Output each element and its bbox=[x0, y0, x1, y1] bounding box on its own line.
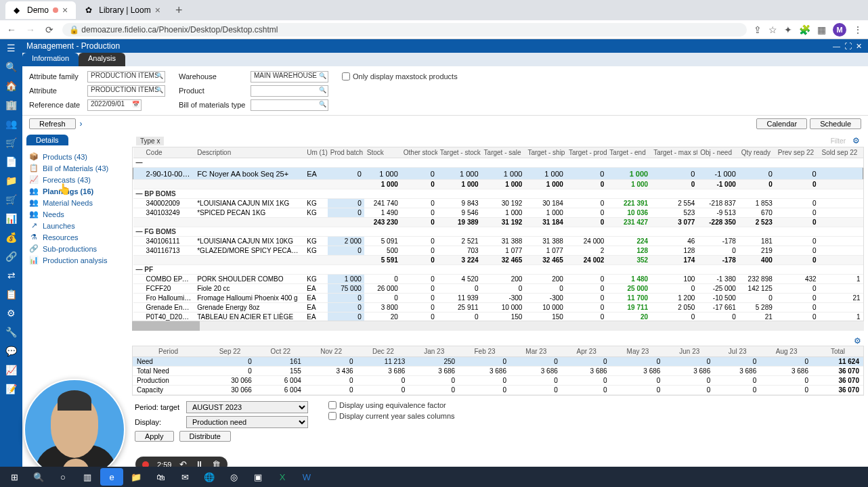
close-icon[interactable]: × bbox=[155, 5, 160, 16]
link-icon[interactable]: 🔗 bbox=[5, 250, 18, 262]
calendar-button[interactable]: Calendar bbox=[756, 118, 807, 129]
col-header[interactable]: Target - end bbox=[607, 147, 651, 158]
gear-icon[interactable]: ⚙ bbox=[854, 336, 861, 346]
table-row[interactable]: 1 00001 0001 0001 00001 0000-1 00000 bbox=[133, 180, 863, 189]
period-col[interactable]: Jun 23 bbox=[664, 346, 714, 357]
menu-icon[interactable]: ⋮ bbox=[853, 24, 863, 35]
tree-item-5[interactable]: 👥Needs bbox=[26, 208, 128, 220]
table-row[interactable]: P0T40_D20_L40_D20TABLEAU EN ACIER ET LIÈ… bbox=[133, 312, 863, 322]
tree-item-8[interactable]: 🔗Sub-productions bbox=[26, 243, 128, 254]
table-row[interactable]: — bbox=[133, 158, 863, 168]
tree-item-4[interactable]: 👥Material Needs bbox=[26, 197, 128, 208]
tab-analysis[interactable]: Analysis bbox=[79, 53, 125, 66]
period-col[interactable]: Feb 23 bbox=[459, 346, 511, 357]
start-icon[interactable]: ⊞ bbox=[3, 468, 26, 486]
period-col[interactable]: Sep 22 bbox=[204, 346, 256, 357]
tree-item-1[interactable]: 📋Bill of Materials (43) bbox=[26, 162, 128, 174]
home-icon[interactable]: 🏠 bbox=[5, 80, 18, 92]
app1-icon[interactable]: ◎ bbox=[222, 468, 245, 486]
refresh-button[interactable]: Refresh bbox=[29, 118, 76, 129]
loom-camera[interactable] bbox=[24, 379, 125, 480]
period-col[interactable]: May 23 bbox=[611, 346, 665, 357]
col-header[interactable]: Target - ship bbox=[525, 147, 565, 158]
col-header[interactable]: Sold sep 22 bbox=[819, 147, 863, 158]
search-icon[interactable]: 🔍 bbox=[5, 61, 18, 73]
product-input[interactable] bbox=[251, 85, 328, 97]
app2-icon[interactable]: ▣ bbox=[246, 468, 269, 486]
file-icon[interactable]: 📁 bbox=[5, 175, 18, 187]
period-col[interactable]: Aug 23 bbox=[760, 346, 812, 357]
table-row[interactable]: FCFF20Fiole 20 ccEA75 00026 0000000025 0… bbox=[133, 284, 863, 294]
explorer-icon[interactable]: 📁 bbox=[125, 468, 148, 486]
display-select[interactable]: Production need bbox=[186, 416, 308, 428]
back-icon[interactable]: ← bbox=[5, 24, 18, 35]
profile-avatar[interactable]: M bbox=[833, 23, 846, 37]
col-header[interactable]: Prod batch bbox=[328, 147, 364, 158]
bom-type-input[interactable] bbox=[251, 99, 328, 111]
menu-icon[interactable]: ☰ bbox=[5, 42, 18, 54]
maximize-icon[interactable]: ⛶ bbox=[842, 42, 854, 50]
note-icon[interactable]: 📝 bbox=[5, 383, 18, 395]
period-grid-scroll[interactable]: PeriodSep 22Oct 22Nov 22Dec 22Jan 23Feb … bbox=[132, 346, 864, 396]
cart-icon[interactable]: 🛒 bbox=[5, 137, 18, 149]
wrench-icon[interactable]: 🔧 bbox=[5, 326, 18, 338]
main-grid-scroll[interactable]: CodeDescriptionUm (1)Prod batchStockOthe… bbox=[132, 147, 864, 321]
chevron-right-icon[interactable]: › bbox=[80, 119, 83, 129]
table-row[interactable]: Fro Halloumi Phoe 400 gFromage Halloumi … bbox=[133, 294, 863, 303]
browser-tab-loom[interactable]: ✿ Library | Loom × bbox=[77, 1, 169, 19]
clipboard-icon[interactable]: 📋 bbox=[5, 288, 18, 300]
close-icon[interactable]: ✕ bbox=[854, 42, 864, 51]
stats-icon[interactable]: 📈 bbox=[5, 364, 18, 376]
period-target-select[interactable]: AUGUST 2023 bbox=[186, 401, 308, 413]
period-col[interactable]: Nov 22 bbox=[305, 346, 357, 357]
cortana-icon[interactable]: ○ bbox=[51, 468, 74, 486]
table-row[interactable]: Grenade Energy 8ozGrenade Energy 8ozEA03… bbox=[133, 303, 863, 312]
store-icon[interactable]: 🛍 bbox=[149, 468, 172, 486]
period-col[interactable]: Jan 23 bbox=[409, 346, 459, 357]
money-icon[interactable]: 💰 bbox=[5, 231, 18, 244]
col-header[interactable]: Qty ready bbox=[739, 147, 775, 158]
gear-icon[interactable]: ⚙ bbox=[5, 307, 18, 319]
table-row[interactable]: — BP BOMS bbox=[133, 189, 863, 199]
tree-item-2[interactable]: 📈Forecasts (43) bbox=[26, 174, 128, 185]
tree-item-9[interactable]: 📊Production analysis bbox=[26, 254, 128, 266]
table-row[interactable]: — PF bbox=[133, 265, 863, 275]
people-icon[interactable]: 👥 bbox=[5, 118, 18, 130]
equiv-checkbox[interactable] bbox=[328, 401, 337, 409]
col-header[interactable] bbox=[133, 147, 144, 158]
table-row[interactable]: 340106111*LOUISIANA CAJUN MIX 10KGKG2 00… bbox=[133, 237, 863, 246]
table-row[interactable]: 340002009*LOUISIANA CAJUN MIX 1KGKG0241 … bbox=[133, 199, 863, 208]
col-header[interactable]: Stock bbox=[364, 147, 401, 158]
doc-icon[interactable]: 📄 bbox=[5, 156, 18, 168]
period-row[interactable]: Total Need01553 4363 6863 6863 6863 6863… bbox=[133, 367, 863, 376]
table-row[interactable]: COMBO EPAULEPORK SHOULDER COMBOKG1 00000… bbox=[133, 275, 863, 284]
col-header[interactable]: Prev sep 22 bbox=[775, 147, 819, 158]
chrome-icon[interactable]: 🌐 bbox=[198, 468, 221, 486]
tab-information[interactable]: Information bbox=[22, 53, 79, 66]
type-filter-tag[interactable]: Type x bbox=[136, 137, 164, 145]
forward-icon[interactable]: → bbox=[24, 24, 37, 35]
col-header[interactable]: Target - max st bbox=[651, 147, 697, 158]
period-col[interactable]: Dec 22 bbox=[357, 346, 410, 357]
period-col[interactable]: Total bbox=[812, 346, 863, 357]
table-row[interactable]: 340103249*SPICED PECAN 1KGKG01 49009 546… bbox=[133, 208, 863, 218]
browser-tab-demo[interactable]: ◆ Demo × bbox=[5, 1, 76, 19]
col-header[interactable]: Other stock bbox=[401, 147, 437, 158]
cart2-icon[interactable]: 🛒 bbox=[5, 193, 18, 206]
puzzle-icon[interactable]: 🧩 bbox=[799, 24, 810, 35]
period-col[interactable]: Mar 23 bbox=[511, 346, 562, 357]
col-header[interactable]: Target - sale bbox=[481, 147, 525, 158]
tree-item-0[interactable]: 📦Products (43) bbox=[26, 151, 128, 162]
hscrollbar[interactable] bbox=[132, 321, 864, 331]
close-icon[interactable]: × bbox=[62, 5, 68, 16]
schedule-button[interactable]: Schedule bbox=[810, 118, 861, 129]
table-row[interactable]: 243 230019 38931 19231 1840231 4273 077-… bbox=[133, 218, 863, 227]
tree-item-7[interactable]: ⚗Resources bbox=[26, 231, 128, 243]
warehouse-input[interactable]: MAIN WAREHOUSE bbox=[251, 71, 328, 83]
gear-icon[interactable]: ⚙ bbox=[852, 136, 860, 145]
word-icon[interactable]: W bbox=[295, 468, 318, 486]
period-row[interactable]: Production30 0666 004000000000036 070 bbox=[133, 376, 863, 386]
ref-date-input[interactable]: 2022/09/01 bbox=[87, 99, 142, 111]
filter-placeholder[interactable]: Filter bbox=[831, 137, 852, 145]
col-header[interactable]: Target - prod bbox=[566, 147, 607, 158]
